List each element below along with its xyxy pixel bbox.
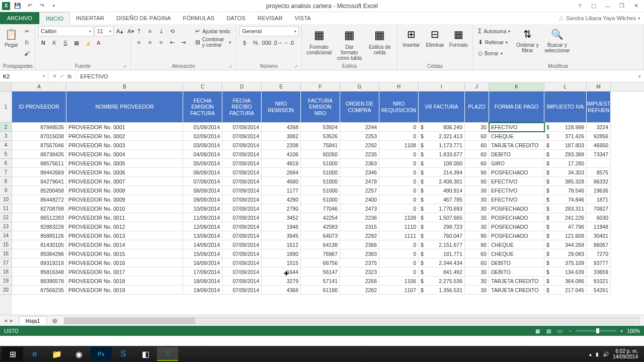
clock[interactable]: 6:02 p. m. 14/09/2014 xyxy=(613,348,638,359)
cell[interactable]: PROVEEDOR No. 0002 xyxy=(66,132,183,141)
orientation-icon[interactable]: ⟲ xyxy=(167,26,177,36)
zoom-slider[interactable] xyxy=(576,330,616,332)
cell[interactable]: 0 xyxy=(379,159,419,168)
cell[interactable]: 07/09/2014 xyxy=(222,286,262,295)
cell[interactable]: 0 xyxy=(379,123,419,132)
cell[interactable]: PROVEEDOR No. 0008 xyxy=(66,186,183,195)
cell[interactable]: 76967 xyxy=(301,249,340,258)
cell[interactable]: 30 xyxy=(465,277,489,286)
cell[interactable]: $2.151.677 xyxy=(419,240,465,249)
cell[interactable]: 07/09/2014 xyxy=(222,123,262,132)
row-header[interactable]: 11 xyxy=(0,204,12,213)
cell[interactable]: 2208 xyxy=(262,141,301,150)
cell[interactable]: 8575 xyxy=(587,168,611,177)
cell[interactable]: $806.240 xyxy=(419,123,465,132)
column-header[interactable]: B xyxy=(66,82,183,91)
table-header-cell[interactable]: NRO REQUISICION xyxy=(379,92,419,123)
table-header-cell[interactable]: VR FACTURA xyxy=(419,92,465,123)
cell[interactable]: 07/09/2014 xyxy=(222,186,262,195)
cell[interactable]: $283.311 xyxy=(544,204,587,213)
cell[interactable]: $1.770.693 xyxy=(419,204,465,213)
cell[interactable]: 51000 xyxy=(301,177,340,186)
cell[interactable]: CHEQUE xyxy=(489,132,544,141)
cell[interactable]: PROVEEDOR No. 0009 xyxy=(66,195,183,204)
cell[interactable]: 46950 xyxy=(587,141,611,150)
cell[interactable]: 96332 xyxy=(587,177,611,186)
cell[interactable]: 60 xyxy=(465,258,489,267)
cell[interactable]: 10/09/2014 xyxy=(183,204,222,213)
cell[interactable]: 86448272 xyxy=(12,195,66,204)
cell[interactable]: 0 xyxy=(379,168,419,177)
sheet-nav-next-icon[interactable]: ► xyxy=(9,318,14,323)
cell[interactable]: 81430105 xyxy=(12,240,66,249)
zoom-level[interactable]: 100% xyxy=(627,328,640,334)
column-header[interactable]: I xyxy=(419,82,465,91)
cell[interactable]: 87566235 xyxy=(12,286,66,295)
cell[interactable]: DEBITO xyxy=(489,258,544,267)
row-header[interactable]: 16 xyxy=(0,249,12,258)
cell[interactable]: 07/09/2014 xyxy=(183,177,222,186)
cell[interactable]: 60 xyxy=(465,141,489,150)
cell[interactable]: 1109 xyxy=(379,213,419,222)
cell[interactable]: 1108 xyxy=(379,141,419,150)
cell[interactable]: 70827 xyxy=(587,204,611,213)
cell[interactable]: 85200458 xyxy=(12,186,66,195)
cell[interactable]: 1890 xyxy=(262,249,301,258)
file-tab[interactable]: ARCHIVO xyxy=(0,12,39,24)
cell[interactable]: 61180 xyxy=(301,286,340,295)
row-header[interactable]: 15 xyxy=(0,240,12,249)
zoom-out-icon[interactable]: − xyxy=(569,328,572,334)
row-header[interactable]: 14 xyxy=(0,231,12,240)
cell[interactable]: PROVEEDOR No. 0012 xyxy=(66,222,183,231)
cell[interactable]: 30 xyxy=(465,204,489,213)
cell[interactable]: 86512283 xyxy=(12,213,66,222)
italic-icon[interactable]: K xyxy=(49,38,59,48)
cell[interactable]: 18/09/2014 xyxy=(183,277,222,286)
cell[interactable]: 6030 xyxy=(587,213,611,222)
cell[interactable]: 3082 xyxy=(262,132,301,141)
cell[interactable]: 2257 xyxy=(340,186,379,195)
cell[interactable]: 2235 xyxy=(340,150,379,159)
page-layout-icon[interactable]: ▤ xyxy=(544,327,554,335)
fx-icon[interactable]: fx xyxy=(67,73,72,79)
enter-formula-icon[interactable]: ✓ xyxy=(60,73,64,79)
cell[interactable]: 53924 xyxy=(301,123,340,132)
cell[interactable]: 0 xyxy=(379,195,419,204)
cell[interactable]: 2236 xyxy=(340,213,379,222)
ribbon-tab-inicio[interactable]: INICIO xyxy=(39,12,70,24)
cell[interactable]: 12/09/2014 xyxy=(183,222,222,231)
decrease-decimal-icon[interactable]: ←.0 xyxy=(284,38,294,48)
cell[interactable]: TARJETA CREDITO xyxy=(489,141,544,150)
cell[interactable]: 85084296 xyxy=(12,249,66,258)
row-header[interactable]: 4 xyxy=(0,141,12,150)
column-header[interactable]: C xyxy=(183,82,222,91)
cell[interactable]: $760.047 xyxy=(419,231,465,240)
table-header-cell[interactable]: FECHA RECIBO FACTURA xyxy=(222,92,262,123)
cell[interactable]: DEBITO xyxy=(489,267,544,277)
cell[interactable]: 07/09/2014 xyxy=(222,195,262,204)
cell[interactable]: PROVEEDOR No. 0016 xyxy=(66,258,183,267)
table-header-cell[interactable]: FACTURA EMISION NRO xyxy=(301,92,340,123)
cell[interactable]: 2790 xyxy=(262,204,301,213)
row-header[interactable]: 12 xyxy=(0,213,12,222)
cell[interactable]: 77046 xyxy=(301,204,340,213)
cell[interactable]: 88396578 xyxy=(12,277,66,286)
cell[interactable]: $78.546 xyxy=(544,186,587,195)
cell[interactable]: 2282 xyxy=(340,286,379,295)
bold-icon[interactable]: N xyxy=(38,38,48,48)
cell[interactable]: $1.173.771 xyxy=(419,141,465,150)
cell[interactable]: 75841 xyxy=(301,141,340,150)
cell[interactable]: 4268 xyxy=(262,123,301,132)
cell[interactable]: 89319218 xyxy=(12,258,66,267)
percent-icon[interactable]: % xyxy=(251,38,261,48)
cell[interactable]: 73347 xyxy=(587,150,611,159)
cell[interactable]: PROVEEDOR No. 0003 xyxy=(66,141,183,150)
cell[interactable]: 2366 xyxy=(340,240,379,249)
cell[interactable]: 42254 xyxy=(301,213,340,222)
cell[interactable]: $344.268 xyxy=(544,240,587,249)
row-header[interactable]: 13 xyxy=(0,222,12,231)
dialog-launcher-icon[interactable]: ⤢ xyxy=(294,64,298,69)
table-header-cell[interactable]: NOMBRE PROVEEDOR xyxy=(66,92,183,123)
cell[interactable]: 87557046 xyxy=(12,141,66,150)
cell[interactable]: 1512 xyxy=(262,240,301,249)
